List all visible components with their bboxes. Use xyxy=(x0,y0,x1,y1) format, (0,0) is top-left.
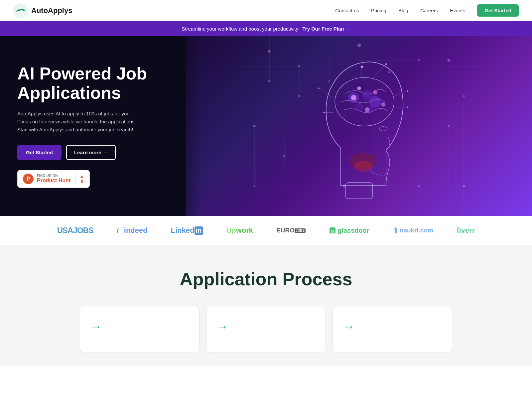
hero-description: AutoApplys uses AI to apply to 100s of j… xyxy=(17,110,137,134)
nav-careers[interactable]: Careers xyxy=(420,8,438,13)
svg-text:g: g xyxy=(331,228,334,233)
logo-glassdoor: g glassdoor xyxy=(329,227,369,234)
svg-point-68 xyxy=(361,66,363,68)
svg-point-52 xyxy=(357,86,361,90)
upvote-arrow-icon: ▲ xyxy=(79,174,84,179)
hero-background xyxy=(186,36,532,216)
logo-naukri: naukri.com xyxy=(393,227,433,234)
hero-learn-more-button[interactable]: Learn more → xyxy=(66,145,116,160)
svg-point-64 xyxy=(318,87,320,89)
product-hunt-name: Product Hunt xyxy=(37,178,70,184)
process-card-1: → xyxy=(80,306,200,352)
nav-get-started-button[interactable]: Get Started xyxy=(477,4,519,17)
svg-point-65 xyxy=(323,112,325,113)
hero-buttons: Get Started Learn more → xyxy=(17,145,189,160)
banner-text: Streamline your workflow and boost your … xyxy=(182,26,298,32)
promo-banner: Streamline your workflow and boost your … xyxy=(0,21,532,36)
svg-text:i: i xyxy=(117,226,119,234)
svg-point-46 xyxy=(369,96,381,108)
svg-line-58 xyxy=(319,88,327,94)
logo-eurojobs: EUROJOBS xyxy=(276,227,306,234)
banner-cta[interactable]: Try Our Free Plan → xyxy=(302,26,350,32)
process-cards: → → → xyxy=(13,306,519,352)
product-hunt-vote-count: 8 xyxy=(81,179,83,184)
product-hunt-text: FIND US ON Product Hunt xyxy=(37,174,70,184)
brain-illustration xyxy=(221,45,497,207)
logo[interactable]: AutoApplys xyxy=(13,3,72,18)
product-hunt-logo: P xyxy=(23,174,34,184)
svg-point-51 xyxy=(365,107,370,112)
svg-point-50 xyxy=(373,90,377,94)
process-section: Application Process → → → xyxy=(0,245,532,366)
logo-upwork: Upwork xyxy=(226,226,253,235)
nav-blog[interactable]: Blog xyxy=(398,8,408,13)
svg-point-43 xyxy=(335,77,394,126)
hero-image xyxy=(186,36,532,216)
svg-point-56 xyxy=(354,161,373,172)
svg-point-54 xyxy=(379,127,387,131)
svg-point-69 xyxy=(385,63,387,65)
process-arrow-icon-2: → xyxy=(216,320,228,333)
svg-point-53 xyxy=(381,102,385,107)
svg-point-67 xyxy=(407,106,408,108)
navbar: AutoApplys Contact us Pricing Blog Caree… xyxy=(0,0,532,21)
logos-section: USAJOBS i indeed Linkedin Upwork EUROJOB… xyxy=(0,216,532,245)
svg-line-63 xyxy=(375,64,386,75)
hero-section: AI Powered Job Applications AutoApplys u… xyxy=(0,36,532,216)
logo-usajobs: USAJOBS xyxy=(57,226,93,235)
logo-fiverr: fiverr xyxy=(457,226,475,235)
nav-events[interactable]: Events xyxy=(450,8,465,13)
svg-point-66 xyxy=(407,90,408,92)
nav-pricing[interactable]: Pricing xyxy=(371,8,386,13)
product-hunt-vote: ▲ 8 xyxy=(75,174,84,184)
svg-point-49 xyxy=(351,95,356,100)
svg-point-47 xyxy=(355,103,363,111)
svg-line-60 xyxy=(394,91,405,96)
hero-title: AI Powered Job Applications xyxy=(17,64,189,102)
process-arrow-icon-3: → xyxy=(343,320,355,333)
product-hunt-find-us: FIND US ON xyxy=(37,174,70,178)
svg-point-0 xyxy=(13,3,28,18)
linkedin-badge: in xyxy=(195,226,203,235)
logo-linkedin: Linkedin xyxy=(171,226,203,235)
hero-get-started-button[interactable]: Get Started xyxy=(17,145,62,160)
process-arrow-icon-1: → xyxy=(90,320,102,333)
process-title: Application Process xyxy=(13,269,519,289)
product-hunt-badge[interactable]: P FIND US ON Product Hunt ▲ 8 xyxy=(17,170,90,188)
logo-icon xyxy=(13,3,28,18)
process-card-2: → xyxy=(206,306,326,352)
hero-left: AI Powered Job Applications AutoApplys u… xyxy=(0,36,202,216)
nav-links: Contact us Pricing Blog Careers Events G… xyxy=(335,4,519,17)
svg-point-1 xyxy=(20,9,21,10)
logos-track: USAJOBS i indeed Linkedin Upwork EUROJOB… xyxy=(0,226,532,235)
logo-text: AutoApplys xyxy=(31,6,72,15)
nav-contact[interactable]: Contact us xyxy=(335,8,359,13)
process-card-3: → xyxy=(332,306,452,352)
logo-indeed: i indeed xyxy=(117,226,148,235)
svg-point-2 xyxy=(22,9,23,10)
